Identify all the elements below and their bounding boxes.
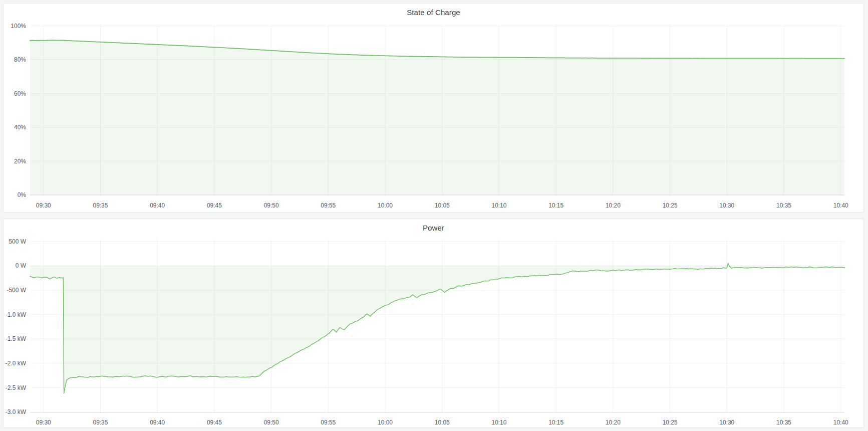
x-tick-label: 10:40 — [833, 419, 848, 426]
x-tick-label: 09:45 — [207, 202, 222, 209]
x-tick-label: 09:55 — [321, 202, 336, 209]
x-tick-label: 09:30 — [36, 202, 51, 209]
x-tick-label: 09:40 — [150, 419, 165, 426]
x-tick-label: 10:05 — [435, 419, 450, 426]
x-tick-label: 10:25 — [663, 202, 678, 209]
y-tick-label: 80% — [14, 56, 26, 63]
y-tick-label: 100% — [11, 23, 26, 30]
x-tick-label: 09:35 — [93, 419, 108, 426]
x-tick-label: 10:10 — [492, 202, 507, 209]
x-tick-label: 10:35 — [776, 419, 791, 426]
x-tick-label: 09:45 — [207, 419, 222, 426]
panel-title: Power — [4, 224, 863, 232]
y-tick-label: 20% — [14, 158, 26, 165]
y-tick-label: -2.5 kW — [6, 384, 27, 391]
panel-title: State of Charge — [4, 8, 863, 17]
y-tick-label: 40% — [14, 124, 26, 131]
x-tick-label: 09:50 — [264, 419, 279, 426]
x-tick-label: 10:40 — [833, 202, 848, 209]
y-tick-label: -2.0 kW — [6, 360, 27, 367]
y-tick-label: -1.5 kW — [6, 335, 27, 342]
x-tick-label: 09:35 — [93, 202, 108, 209]
x-tick-label: 10:00 — [378, 202, 393, 209]
x-tick-label: 09:50 — [264, 202, 279, 209]
y-tick-label: 60% — [14, 90, 26, 97]
x-tick-label: 10:05 — [435, 202, 450, 209]
x-tick-label: 09:40 — [150, 202, 165, 209]
y-tick-label: 500 W — [9, 238, 26, 245]
x-tick-label: 09:30 — [36, 419, 51, 426]
x-tick-label: 09:55 — [321, 419, 336, 426]
y-tick-label: 0% — [18, 191, 27, 198]
x-tick-label: 10:15 — [548, 202, 563, 209]
panel-power: 500 W0 W-500 W-1.0 kW-1.5 kW-2.0 kW-2.5 … — [3, 219, 864, 428]
x-tick-label: 10:30 — [719, 419, 734, 426]
x-tick-label: 10:00 — [378, 419, 393, 426]
x-tick-label: 10:15 — [548, 419, 563, 426]
x-tick-label: 10:20 — [606, 419, 621, 426]
y-tick-label: -3.0 kW — [6, 408, 27, 415]
x-tick-label: 10:20 — [606, 202, 621, 209]
x-tick-label: 10:10 — [492, 419, 507, 426]
y-tick-label: -500 W — [7, 287, 26, 294]
x-tick-label: 10:30 — [719, 202, 734, 209]
x-tick-label: 10:35 — [776, 202, 791, 209]
panel-state-of-charge: 100%80%60%40%20%0%09:3009:3509:4009:4509… — [3, 3, 864, 212]
power-chart[interactable]: 500 W0 W-500 W-1.0 kW-1.5 kW-2.0 kW-2.5 … — [4, 219, 863, 427]
x-tick-label: 10:25 — [663, 419, 678, 426]
y-tick-label: -1.0 kW — [6, 311, 27, 318]
state-of-charge-chart[interactable]: 100%80%60%40%20%0%09:3009:3509:4009:4509… — [4, 4, 863, 212]
y-tick-label: 0 W — [16, 262, 27, 269]
